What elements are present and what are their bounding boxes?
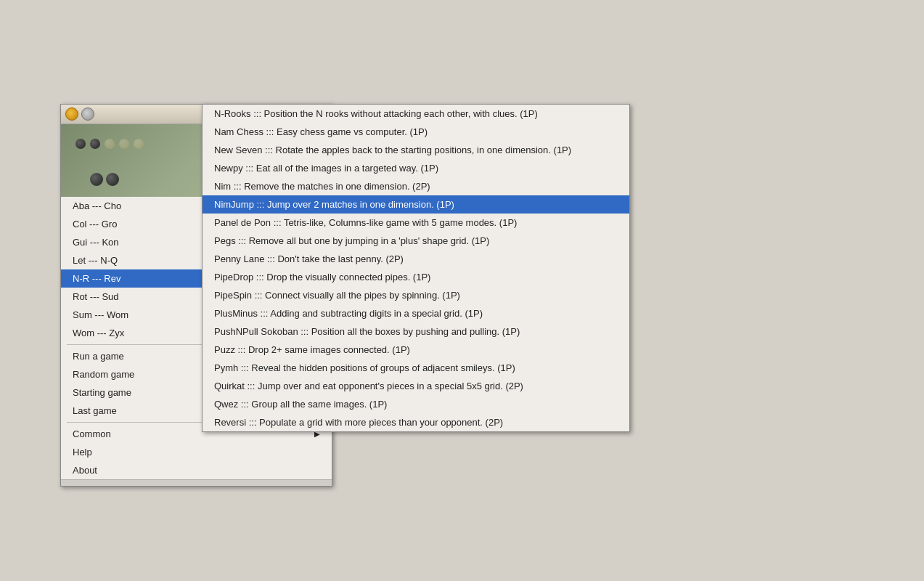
submenu-item-4[interactable]: Nim ::: Remove the matches in one dimens… xyxy=(203,177,629,195)
submenu-label-1: Nam Chess ::: Easy chess game vs compute… xyxy=(214,126,428,137)
submenu-label-16: Qwez ::: Group all the same images. (1P) xyxy=(214,399,387,410)
submenu-item-0[interactable]: N-Rooks ::: Position the N rooks without… xyxy=(203,105,629,123)
menu-item-label-3: Let --- N-Q xyxy=(73,255,118,266)
menu-item-label-4: N-R --- Rev xyxy=(73,273,120,284)
action-label-0: Run a game xyxy=(73,351,124,362)
menu-item-label-0: Aba --- Cho xyxy=(73,200,121,211)
action-label-2: Starting game xyxy=(73,387,131,398)
submenu-item-16[interactable]: Qwez ::: Group all the same images. (1P) xyxy=(203,395,629,413)
board-marble-2 xyxy=(106,173,119,186)
submenu-label-0: N-Rooks ::: Position the N rooks without… xyxy=(214,108,538,119)
menu-item-label-6: Sum --- Wom xyxy=(73,309,128,320)
submenu-label-2: New Seven ::: Rotate the apples back to … xyxy=(214,145,571,155)
submenu-item-7[interactable]: Pegs ::: Remove all but one by jumping i… xyxy=(203,232,629,250)
submenu-label-5: NimJump ::: Jump over 2 matches in one d… xyxy=(214,199,454,210)
submenu-label-7: Pegs ::: Remove all but one by jumping i… xyxy=(214,235,489,246)
board-marble-1 xyxy=(90,173,103,186)
common-item-1[interactable]: Help xyxy=(61,443,332,461)
submenu-item-2[interactable]: New Seven ::: Rotate the apples back to … xyxy=(203,141,629,159)
submenu-item-8[interactable]: Penny Lane ::: Don't take the last penny… xyxy=(203,250,629,268)
submenu-label-17: Reversi ::: Populate a grid with more pi… xyxy=(214,417,503,428)
submenu: N-Rooks ::: Position the N rooks without… xyxy=(202,104,630,432)
action-label-3: Last game xyxy=(73,405,117,416)
submenu-item-11[interactable]: PlusMinus ::: Adding and subtracting dig… xyxy=(203,304,629,322)
submenu-label-4: Nim ::: Remove the matches in one dimens… xyxy=(214,181,430,192)
submenu-label-14: Pymh ::: Reveal the hidden positions of … xyxy=(214,362,515,373)
submenu-label-13: Puzz ::: Drop 2+ same images connected. … xyxy=(214,344,410,355)
submenu-label-11: PlusMinus ::: Adding and subtracting dig… xyxy=(214,308,483,319)
submenu-item-14[interactable]: Pymh ::: Reveal the hidden positions of … xyxy=(203,359,629,377)
menu-item-label-7: Wom --- Zyx xyxy=(73,328,124,338)
marble-light-2 xyxy=(119,139,129,149)
submenu-item-9[interactable]: PipeDrop ::: Drop the visually connected… xyxy=(203,268,629,286)
submenu-item-3[interactable]: Newpy ::: Eat all of the images in a tar… xyxy=(203,159,629,177)
title-bar-left xyxy=(65,107,100,121)
common-label-1: Help xyxy=(73,447,92,458)
app-icon-gold xyxy=(65,107,78,121)
marble-light-3 xyxy=(134,139,144,149)
submenu-label-15: Quirkat ::: Jump over and eat opponent's… xyxy=(214,381,523,391)
action-label-1: Random game xyxy=(73,369,134,380)
submenu-item-5[interactable]: NimJump ::: Jump over 2 matches in one d… xyxy=(203,195,629,214)
submenu-label-3: Newpy ::: Eat all of the images in a tar… xyxy=(214,163,438,174)
marble-dark-2 xyxy=(90,139,100,149)
submenu-item-13[interactable]: Puzz ::: Drop 2+ same images connected. … xyxy=(203,341,629,359)
common-menu: Common▶HelpAbout xyxy=(61,425,332,479)
marble-dark-1 xyxy=(75,139,86,149)
submenu-label-6: Panel de Pon ::: Tetris-like, Columns-li… xyxy=(214,217,517,228)
submenu-item-12[interactable]: PushNPull Sokoban ::: Position all the b… xyxy=(203,322,629,341)
submenu-item-6[interactable]: Panel de Pon ::: Tetris-like, Columns-li… xyxy=(203,214,629,232)
menu-item-label-1: Col --- Gro xyxy=(73,219,117,229)
submenu-label-12: PushNPull Sokoban ::: Position all the b… xyxy=(214,326,520,337)
common-label-2: About xyxy=(73,465,97,476)
common-item-2[interactable]: About xyxy=(61,461,332,479)
submenu-label-10: PipeSpin ::: Connect visually all the pi… xyxy=(214,290,460,301)
status-bar xyxy=(61,479,332,486)
submenu-label-8: Penny Lane ::: Don't take the last penny… xyxy=(214,253,404,264)
submenu-item-10[interactable]: PipeSpin ::: Connect visually all the pi… xyxy=(203,286,629,304)
marble-light-1 xyxy=(105,139,115,149)
submenu-item-17[interactable]: Reversi ::: Populate a grid with more pi… xyxy=(203,413,629,431)
menu-item-label-5: Rot --- Sud xyxy=(73,291,119,302)
submenu-item-1[interactable]: Nam Chess ::: Easy chess game vs compute… xyxy=(203,123,629,141)
submenu-label-9: PipeDrop ::: Drop the visually connected… xyxy=(214,272,430,283)
menu-item-label-2: Gui --- Kon xyxy=(73,237,119,248)
app-icon-gray xyxy=(81,107,94,121)
common-label-0: Common xyxy=(73,428,111,439)
submenu-item-15[interactable]: Quirkat ::: Jump over and eat opponent's… xyxy=(203,377,629,395)
